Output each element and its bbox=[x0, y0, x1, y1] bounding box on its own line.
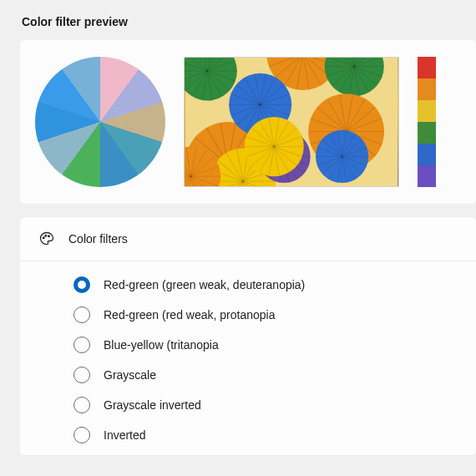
svg-point-21 bbox=[45, 235, 47, 236]
radio-label: Grayscale inverted bbox=[104, 398, 201, 412]
filter-option[interactable]: Red-green (red weak, protanopia bbox=[73, 306, 458, 323]
filter-option[interactable]: Blue-yellow (tritanopia bbox=[73, 337, 458, 353]
swatch bbox=[418, 100, 436, 122]
filter-option[interactable]: Red-green (green weak, deuteranopia) bbox=[73, 276, 458, 293]
filters-card: Color filters Red-green (green weak, deu… bbox=[20, 217, 476, 455]
swatch-column bbox=[418, 57, 436, 187]
filter-option[interactable]: Inverted bbox=[73, 427, 458, 443]
radio-label: Blue-yellow (tritanopia bbox=[104, 338, 219, 352]
radio-label: Inverted bbox=[104, 428, 146, 442]
radio-label: Grayscale bbox=[104, 368, 156, 382]
svg-point-20 bbox=[43, 237, 44, 239]
preview-card bbox=[20, 40, 476, 204]
swatch bbox=[418, 165, 436, 187]
radio-button[interactable] bbox=[73, 427, 90, 443]
palette-icon bbox=[38, 230, 55, 247]
radio-label: Red-green (green weak, deuteranopia) bbox=[104, 278, 305, 291]
filter-option[interactable]: Grayscale bbox=[73, 367, 458, 383]
filters-title: Color filters bbox=[68, 232, 128, 246]
swatch bbox=[418, 78, 436, 100]
radio-button[interactable] bbox=[73, 276, 90, 293]
filter-option[interactable]: Grayscale inverted bbox=[73, 397, 458, 413]
photo-preview bbox=[184, 57, 399, 187]
page-title: Color filter preview bbox=[20, 15, 476, 28]
color-wheel-preview bbox=[35, 57, 165, 187]
filter-radio-group: Red-green (green weak, deuteranopia)Red-… bbox=[20, 261, 476, 455]
svg-point-22 bbox=[48, 235, 50, 237]
radio-label: Red-green (red weak, protanopia bbox=[104, 308, 275, 322]
swatch bbox=[418, 122, 436, 144]
radio-button[interactable] bbox=[73, 306, 90, 323]
radio-button[interactable] bbox=[73, 397, 90, 413]
swatch bbox=[418, 57, 436, 78]
radio-button[interactable] bbox=[73, 367, 90, 383]
radio-button[interactable] bbox=[73, 337, 90, 353]
swatch bbox=[418, 144, 436, 165]
filters-header: Color filters bbox=[20, 217, 476, 261]
